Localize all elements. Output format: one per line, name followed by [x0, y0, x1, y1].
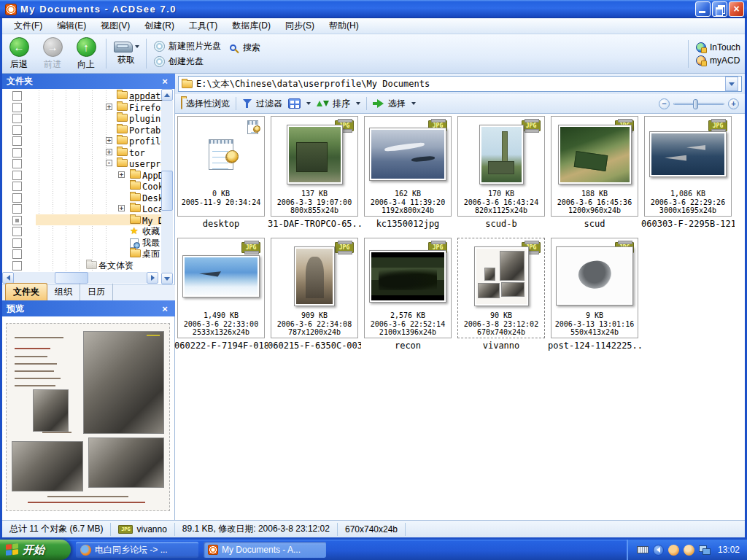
network-icon[interactable]	[699, 545, 711, 555]
menu-item-6[interactable]: 同步(S)	[278, 18, 322, 34]
taskbar-task-active[interactable]: My Documents - A...	[204, 542, 326, 558]
tree-expander-icon[interactable]: +	[106, 104, 112, 110]
tree-checkbox[interactable]	[12, 261, 22, 271]
tree-checkbox[interactable]	[12, 125, 22, 135]
keyboard-icon[interactable]	[637, 546, 649, 553]
file-cell-31-DAF-TROPCO-65...[interactable]: JPG137 KB2006-3-3 19:07:00800x855x24b	[271, 116, 358, 217]
menu-item-5[interactable]: 数据库(D)	[225, 18, 278, 34]
forward-button[interactable]: → 前进	[36, 34, 69, 73]
menu-item-0[interactable]: 文件(F)	[7, 18, 50, 34]
tree-item-userpro[interactable]: userpro	[129, 158, 166, 169]
tree-vscroll-thumb[interactable]	[161, 171, 173, 211]
tree-checkbox[interactable]	[12, 103, 22, 112]
tree-checkbox[interactable]	[12, 193, 22, 203]
tree-item-Cook[interactable]: Cook	[142, 181, 163, 192]
tree-checkbox[interactable]	[12, 249, 22, 259]
tree-vscroll-up-button[interactable]	[161, 89, 173, 101]
taskbar-task-inactive[interactable]: 电白同乡论坛 -> ...	[76, 542, 198, 558]
back-button[interactable]: ← 后退	[2, 34, 36, 73]
sort-button[interactable]: 排序	[317, 98, 360, 110]
zoom-in-button[interactable]: +	[728, 98, 739, 109]
acquire-button[interactable]: 获取	[109, 34, 143, 73]
tab-文件夹[interactable]: 文件夹	[5, 283, 47, 300]
preview-image[interactable]	[6, 323, 170, 511]
tree-checkbox[interactable]	[12, 182, 22, 191]
zoom-out-button[interactable]: −	[659, 98, 670, 109]
file-cell-post-124-1142225...[interactable]: JPG9 KB2006-3-13 13:01:16550x413x24b	[551, 238, 638, 338]
tree-checkbox[interactable]	[12, 204, 22, 214]
tree-checkbox[interactable]	[12, 171, 22, 180]
minimize-button[interactable]	[695, 1, 711, 17]
start-button[interactable]: 开始	[0, 540, 71, 560]
tree-checkbox[interactable]	[12, 227, 22, 236]
tree-checkbox[interactable]	[12, 238, 22, 248]
tree-checkbox[interactable]	[12, 114, 22, 123]
folder-tree[interactable]: appdata+FirefoxpluginsPortabl+profile+to…	[2, 89, 175, 284]
tree-item-收藏[interactable]: 收藏	[142, 226, 160, 237]
file-cell-recon[interactable]: JPG2,576 KB2006-3-6 22:52:142100x1396x24…	[364, 238, 452, 338]
tree-expander-icon[interactable]: +	[106, 149, 112, 155]
tree-item-各文体资[interactable]: 各文体资	[98, 260, 133, 271]
tree-expander-icon[interactable]: +	[118, 205, 125, 211]
tree-item-My D[interactable]: My D	[142, 215, 163, 226]
tree-checkbox[interactable]	[12, 216, 22, 225]
file-cell-060222-F-7194F-018[interactable]: JPG1,490 KB2006-3-6 22:33:002533x1326x24…	[177, 238, 265, 338]
select-button[interactable]: 选择	[373, 98, 416, 110]
menu-item-1[interactable]: 编辑(E)	[50, 18, 93, 34]
tree-checkbox[interactable]	[12, 148, 22, 158]
file-cell-060215-F-6350C-003[interactable]: JPG909 KB2006-3-6 22:34:08787x1200x24b	[271, 238, 358, 338]
close-button[interactable]: ×	[729, 1, 744, 17]
filter-button[interactable]: 过滤器	[242, 98, 282, 110]
menu-item-2[interactable]: 视图(V)	[93, 18, 137, 34]
file-cell-060303-F-2295B-121[interactable]: JPG1,086 KB2006-3-6 22:29:263000x1695x24…	[644, 116, 732, 217]
lion-icon[interactable]	[668, 545, 679, 556]
tree-expander-icon[interactable]: -	[106, 160, 112, 166]
tree-item-我最[interactable]: 我最	[142, 238, 160, 249]
tree-expander-icon[interactable]: +	[118, 171, 125, 178]
tree-item-Portabl[interactable]: Portabl	[129, 125, 166, 136]
tree-hscroll-right-button[interactable]	[147, 272, 158, 284]
menu-item-3[interactable]: 创建(R)	[137, 18, 182, 34]
tree-hscroll-left-button[interactable]	[2, 272, 14, 284]
tree-hscroll-thumb[interactable]	[55, 272, 88, 284]
create-disc-button[interactable]: 创建光盘	[154, 55, 221, 68]
tree-expander-icon[interactable]: +	[106, 137, 112, 144]
zoom-slider-thumb[interactable]	[693, 99, 698, 109]
title-bar[interactable]: My Documents - ACDSee 7.0 ×	[0, 0, 747, 18]
file-cell-scud[interactable]: JPG188 KB2006-3-6 16:45:361200x960x24b	[551, 116, 638, 217]
up-button[interactable]: ↑ 向上	[69, 34, 103, 73]
tab-日历[interactable]: 日历	[80, 284, 113, 300]
menu-item-4[interactable]: 工具(T)	[182, 18, 225, 34]
tree-item-Desk[interactable]: Desk	[142, 192, 163, 203]
tree-item-Firefox[interactable]: Firefox	[129, 102, 166, 113]
tree-item-桌面[interactable]: 桌面	[142, 249, 160, 260]
myacd-button[interactable]: myACD	[696, 55, 740, 66]
menu-item-7[interactable]: 帮助(H)	[322, 18, 366, 34]
monkey-icon[interactable]	[684, 545, 694, 556]
tree-checkbox[interactable]	[12, 91, 22, 101]
selective-browse-button[interactable]: 选择性浏览	[181, 98, 230, 110]
preview-close-icon[interactable]: ×	[159, 303, 171, 314]
view-mode-button[interactable]	[288, 98, 311, 109]
tree-item-AppD[interactable]: AppD	[142, 170, 163, 181]
collapse-chevron-icon[interactable]	[653, 545, 664, 556]
tree-item-Loca[interactable]: Loca	[142, 203, 163, 214]
tab-组织[interactable]: 组织	[47, 284, 80, 300]
restore-button[interactable]	[712, 1, 727, 17]
search-button[interactable]: 搜索	[230, 42, 260, 54]
tree-checkbox[interactable]	[12, 159, 22, 168]
tree-item-plugins[interactable]: plugins	[129, 113, 166, 124]
file-cell-scud-b[interactable]: JPG170 KB2006-3-6 16:43:24820x1125x24b	[457, 116, 545, 217]
zoom-slider-track[interactable]	[673, 103, 724, 105]
file-cell-vivanno[interactable]: JPG90 KB2006-3-8 23:12:02670x740x24b	[457, 238, 545, 338]
tree-item-profile[interactable]: profile	[129, 136, 166, 147]
address-dropdown-button[interactable]	[725, 77, 738, 91]
file-cell-desktop[interactable]: 0 KB2005-11-9 20:34:24	[177, 116, 265, 217]
tree-item-appdata[interactable]: appdata	[129, 90, 166, 101]
folders-close-icon[interactable]: ×	[159, 76, 171, 87]
intouch-button[interactable]: InTouch	[696, 42, 740, 52]
tree-vscroll-down-button[interactable]	[161, 273, 173, 284]
tree-checkbox[interactable]	[12, 136, 22, 146]
new-photo-disc-button[interactable]: 新建照片光盘	[154, 40, 221, 52]
tree-item-tor[interactable]: tor	[129, 147, 145, 158]
